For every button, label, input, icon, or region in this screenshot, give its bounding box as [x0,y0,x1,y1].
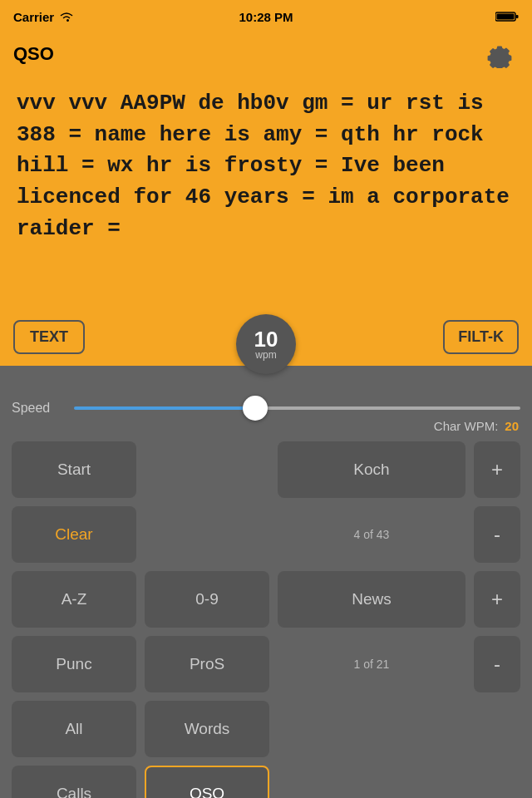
button-row-1: Start Koch + [12,441,520,498]
controls-bar: TEXT 10 wpm FILT-K [0,308,532,366]
speed-label: Speed [12,401,66,416]
button-area: Start Koch + Clear 4 of 43 - [12,441,520,798]
wpm-label: wpm [255,350,276,360]
plus-button-1[interactable]: + [474,441,520,498]
text-mode-button[interactable]: TEXT [13,320,85,354]
svg-rect-1 [497,14,515,20]
button-row-6: Calls QSO [12,766,520,798]
battery-icon [495,11,519,22]
start-button[interactable]: Start [12,441,136,498]
gear-icon [485,38,515,68]
char-wpm-value: 20 [505,419,519,433]
slider-container[interactable] [74,406,520,410]
button-row-4: Punc ProS 1 of 21 - [12,636,520,692]
wpm-display: 10 wpm [236,314,296,374]
words-button[interactable]: Words [145,701,269,757]
calls-button[interactable]: Calls [12,766,136,798]
char-wpm-label: Char WPM: [434,419,499,433]
minus-button-1[interactable]: - [474,506,520,563]
status-bar-right [495,11,519,22]
app-title: QSO [13,43,54,65]
status-bar-time: 10:28 PM [239,10,293,24]
koch-count: 4 of 43 [278,506,466,563]
num-button[interactable]: 0-9 [145,571,269,628]
speed-slider[interactable] [74,406,520,410]
wpm-value: 10 [254,328,278,350]
morse-text: vvv vvv AA9PW de hb0v gm = ur rst is 388… [17,88,515,244]
status-bar-left: Carrier [13,10,74,24]
header: QSO [0,33,532,75]
bottom-panel: Speed Char WPM: 20 Start Koch + Clear [0,366,532,798]
koch-button[interactable]: Koch [278,441,466,498]
pros-button[interactable]: ProS [145,636,269,692]
text-display-area: vvv vvv AA9PW de hb0v gm = ur rst is 388… [0,75,532,308]
status-bar: Carrier 10:28 PM [0,0,532,33]
filt-button[interactable]: FILT-K [443,320,519,354]
svg-rect-2 [516,15,519,18]
minus-button-2[interactable]: - [474,636,520,692]
news-button[interactable]: News [278,571,466,628]
qso-button[interactable]: QSO [145,766,269,798]
punc-button[interactable]: Punc [12,636,136,692]
button-row-5: All Words [12,701,520,757]
clear-button[interactable]: Clear [12,506,136,563]
az-button[interactable]: A-Z [12,571,136,628]
carrier-label: Carrier [13,10,54,24]
settings-button[interactable] [482,35,519,74]
char-wpm-row: Char WPM: 20 [12,419,520,433]
wifi-icon [59,11,74,22]
all-button[interactable]: All [12,701,136,757]
speed-row: Speed [12,401,520,416]
news-count: 1 of 21 [278,636,466,692]
button-row-2: Clear 4 of 43 - [12,506,520,563]
button-row-3: A-Z 0-9 News + [12,571,520,628]
plus-button-2[interactable]: + [474,571,520,628]
